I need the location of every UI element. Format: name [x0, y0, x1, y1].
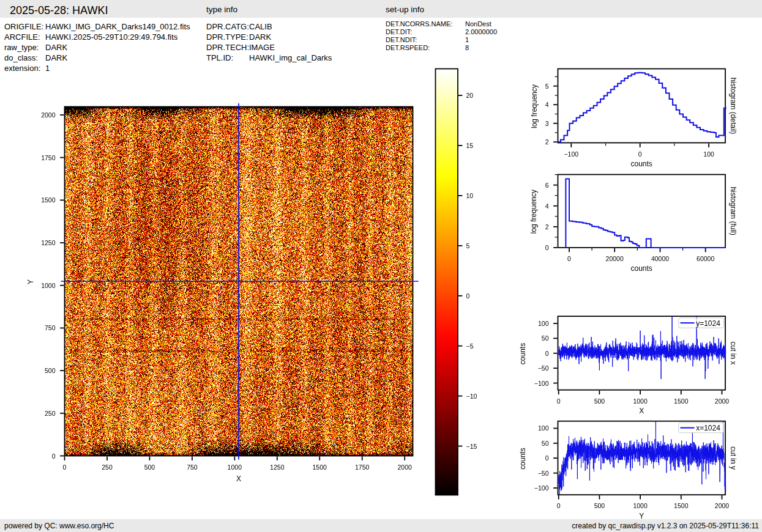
svg-text:0: 0 [557, 397, 561, 405]
svg-text:1000: 1000 [228, 464, 242, 471]
svg-text:0: 0 [52, 453, 56, 460]
svg-text:15: 15 [466, 142, 474, 149]
svg-text:X: X [236, 475, 241, 483]
svg-text:4: 4 [545, 202, 549, 210]
svg-text:2000: 2000 [41, 111, 56, 119]
svg-text:−100: −100 [534, 380, 549, 387]
svg-text:cut in x: cut in x [729, 341, 738, 364]
svg-text:Y: Y [26, 279, 35, 284]
svg-text:1000: 1000 [633, 397, 648, 405]
svg-text:1500: 1500 [313, 464, 327, 471]
svg-text:1500: 1500 [41, 196, 56, 204]
svg-text:2: 2 [545, 223, 549, 231]
svg-text:−15: −15 [466, 443, 477, 450]
svg-text:100: 100 [538, 320, 549, 327]
svg-text:500: 500 [144, 464, 155, 471]
svg-text:50: 50 [542, 440, 549, 447]
svg-text:counts: counts [631, 160, 652, 168]
svg-text:0: 0 [557, 502, 561, 509]
svg-text:counts: counts [518, 448, 527, 469]
svg-text:−50: −50 [538, 364, 549, 372]
svg-text:−10: −10 [466, 393, 477, 400]
svg-text:1250: 1250 [41, 239, 56, 246]
svg-text:0: 0 [63, 464, 67, 471]
svg-text:2000: 2000 [715, 502, 730, 509]
svg-text:40000: 40000 [651, 255, 669, 262]
svg-text:2000: 2000 [398, 464, 413, 471]
svg-text:counts: counts [518, 343, 527, 364]
svg-text:1500: 1500 [674, 397, 689, 405]
svg-text:750: 750 [45, 324, 56, 331]
svg-text:60000: 60000 [697, 255, 714, 262]
svg-text:3: 3 [545, 120, 549, 127]
svg-text:750: 750 [187, 464, 198, 471]
svg-text:1750: 1750 [41, 154, 56, 161]
svg-text:log frequency: log frequency [530, 190, 539, 234]
svg-text:0: 0 [638, 150, 642, 158]
svg-text:0: 0 [466, 292, 470, 300]
svg-text:counts: counts [631, 264, 652, 273]
svg-text:1750: 1750 [355, 464, 370, 471]
svg-text:500: 500 [594, 397, 605, 405]
svg-text:20: 20 [466, 92, 474, 99]
svg-text:2: 2 [545, 138, 549, 146]
svg-text:10: 10 [466, 192, 474, 199]
svg-text:100: 100 [703, 150, 714, 158]
svg-text:−100: −100 [534, 484, 549, 492]
svg-text:250: 250 [45, 410, 56, 417]
svg-text:log frequency: log frequency [530, 84, 539, 128]
svg-text:0: 0 [545, 454, 549, 462]
svg-text:cut in y: cut in y [729, 446, 738, 470]
svg-text:100: 100 [538, 424, 549, 432]
svg-text:500: 500 [594, 502, 605, 509]
svg-text:4: 4 [545, 101, 549, 108]
svg-text:−50: −50 [538, 470, 549, 477]
svg-text:6: 6 [545, 182, 549, 189]
svg-text:2000: 2000 [715, 397, 730, 405]
svg-text:−5: −5 [466, 342, 474, 350]
svg-text:histogram (full): histogram (full) [729, 187, 738, 235]
svg-text:1250: 1250 [270, 464, 285, 471]
svg-text:1000: 1000 [41, 282, 56, 289]
svg-text:y=1024: y=1024 [696, 319, 720, 328]
svg-text:0: 0 [545, 244, 549, 251]
svg-text:250: 250 [102, 464, 113, 471]
svg-text:5: 5 [466, 242, 470, 249]
svg-text:20000: 20000 [606, 255, 624, 262]
svg-text:−100: −100 [564, 150, 578, 158]
svg-text:0: 0 [545, 350, 549, 357]
svg-text:50: 50 [542, 334, 549, 342]
svg-text:500: 500 [45, 367, 56, 374]
svg-text:1500: 1500 [674, 502, 689, 509]
svg-text:0: 0 [567, 255, 571, 262]
svg-text:1000: 1000 [633, 502, 648, 509]
svg-text:X: X [639, 407, 644, 415]
svg-text:x=1024: x=1024 [696, 424, 720, 432]
svg-text:Y: Y [639, 512, 644, 520]
svg-text:histogram (detail): histogram (detail) [729, 78, 738, 135]
svg-text:5: 5 [545, 83, 549, 90]
